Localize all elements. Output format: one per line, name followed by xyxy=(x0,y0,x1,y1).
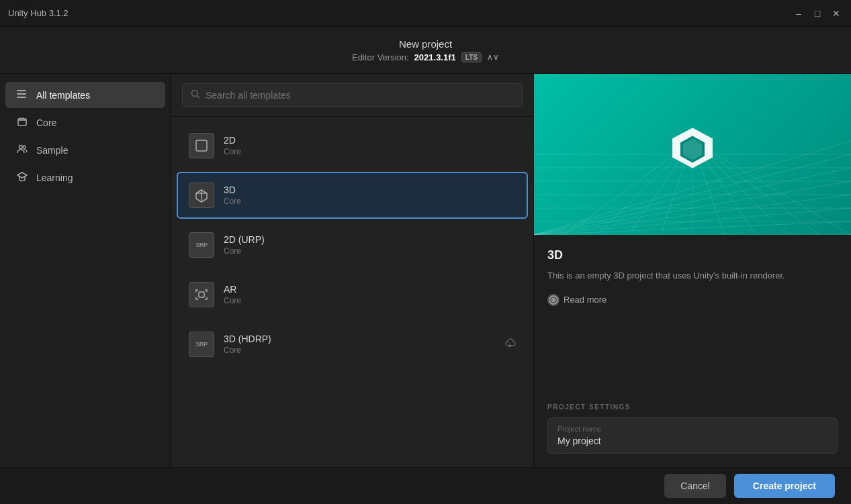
template-name-3d: 3D xyxy=(224,185,516,195)
footer: Cancel Create project xyxy=(0,467,851,504)
template-icon-srp-2d-urp: SRP xyxy=(189,232,214,258)
svg-rect-8 xyxy=(196,140,207,151)
template-category-3d: Core xyxy=(224,197,516,206)
window-controls: – □ ✕ xyxy=(792,7,843,20)
project-settings-section: PROJECT SETTINGS Project name My project xyxy=(534,403,851,467)
template-icon-srp-3d-hdrp: SRP xyxy=(189,332,214,357)
detail-panel: 3D This is an empty 3D project that uses… xyxy=(534,74,851,467)
dialog-title: New project xyxy=(399,38,452,50)
template-name-2d: 2D xyxy=(224,135,516,146)
main-layout: All templates Core Sample xyxy=(0,74,851,467)
sidebar-item-all-templates[interactable]: All templates xyxy=(5,82,165,108)
sidebar-item-learning[interactable]: Learning xyxy=(5,164,165,191)
search-bar xyxy=(171,74,533,117)
read-more-link[interactable]: Read more xyxy=(547,294,838,306)
editor-version-label: Editor Version: xyxy=(352,52,409,62)
detail-content: 3D This is an empty 3D project that uses… xyxy=(534,235,851,403)
template-info-3d: 3D Core xyxy=(224,185,516,206)
svg-marker-6 xyxy=(17,172,27,178)
create-project-button[interactable]: Create project xyxy=(734,474,835,498)
svg-point-42 xyxy=(552,298,555,301)
template-category-2d: Core xyxy=(224,147,516,156)
template-category-ar: Core xyxy=(224,296,516,305)
detail-title: 3D xyxy=(547,248,838,262)
lts-badge: LTS xyxy=(461,52,482,62)
svg-rect-12 xyxy=(199,292,204,297)
sidebar: All templates Core Sample xyxy=(0,74,171,467)
template-name-ar: AR xyxy=(224,284,516,295)
sidebar-all-templates-label: All templates xyxy=(36,90,90,101)
app-title: Unity Hub 3.1.2 xyxy=(8,8,69,18)
template-info-2d: 2D Core xyxy=(224,135,516,156)
close-button[interactable]: ✕ xyxy=(830,7,843,20)
unity-cube-icon xyxy=(668,123,717,174)
template-info-2d-urp: 2D (URP) Core xyxy=(224,234,516,256)
list-icon xyxy=(16,89,28,101)
sidebar-learning-label: Learning xyxy=(36,172,73,183)
template-category-3d-hdrp: Core xyxy=(224,346,494,355)
template-icon-ar xyxy=(189,282,214,307)
svg-rect-1 xyxy=(17,93,26,95)
detail-description: This is an empty 3D project that uses Un… xyxy=(547,269,838,283)
sidebar-core-label: Core xyxy=(36,117,56,128)
svg-point-4 xyxy=(19,146,23,149)
template-list: 2D Core 3D Core xyxy=(171,74,534,467)
titlebar: Unity Hub 3.1.2 – □ ✕ xyxy=(0,0,851,27)
template-icon-2d xyxy=(189,133,214,158)
editor-version-row: Editor Version: 2021.3.1f1 LTS ∧∨ xyxy=(352,52,499,62)
project-name-label: Project name xyxy=(557,425,827,433)
svg-rect-2 xyxy=(17,97,26,98)
template-card-3d-hdrp[interactable]: SRP 3D (HDRP) Core xyxy=(177,321,528,368)
template-info-3d-hdrp: 3D (HDRP) Core xyxy=(224,334,494,355)
template-card-3d[interactable]: 3D Core xyxy=(177,172,528,219)
template-category-2d-urp: Core xyxy=(224,246,516,256)
search-input[interactable] xyxy=(206,90,514,101)
search-icon xyxy=(191,89,200,101)
project-name-value: My project xyxy=(557,436,827,446)
search-input-wrapper xyxy=(182,83,523,107)
read-more-label: Read more xyxy=(564,295,607,305)
template-name-3d-hdrp: 3D (HDRP) xyxy=(224,334,494,344)
maximize-button[interactable]: □ xyxy=(811,7,824,20)
header: New project Editor Version: 2021.3.1f1 L… xyxy=(0,27,851,74)
template-card-2d-urp[interactable]: SRP 2D (URP) Core xyxy=(177,221,528,268)
box-icon xyxy=(16,116,28,129)
project-settings-label: PROJECT SETTINGS xyxy=(547,403,838,411)
minimize-button[interactable]: – xyxy=(792,7,805,20)
sidebar-item-sample[interactable]: Sample xyxy=(5,137,165,163)
template-preview xyxy=(534,74,851,235)
graduation-icon xyxy=(16,171,28,184)
template-card-ar[interactable]: AR Core xyxy=(177,271,528,318)
sidebar-sample-label: Sample xyxy=(36,145,68,156)
editor-version-number: 2021.3.1f1 xyxy=(414,52,456,62)
svg-point-7 xyxy=(192,91,198,97)
template-card-2d[interactable]: 2D Core xyxy=(177,122,528,169)
template-info-ar: AR Core xyxy=(224,284,516,305)
version-chevron-icon[interactable]: ∧∨ xyxy=(487,52,499,62)
download-icon xyxy=(504,337,516,352)
sidebar-item-core[interactable]: Core xyxy=(5,109,165,136)
templates-scroll: 2D Core 3D Core xyxy=(171,117,533,467)
users-icon xyxy=(16,144,28,156)
template-icon-3d xyxy=(189,183,214,208)
template-name-2d-urp: 2D (URP) xyxy=(224,234,516,245)
svg-rect-0 xyxy=(17,90,26,91)
cancel-button[interactable]: Cancel xyxy=(664,474,726,498)
read-more-icon xyxy=(547,294,559,306)
svg-point-5 xyxy=(23,146,26,148)
project-name-field[interactable]: Project name My project xyxy=(547,417,838,454)
